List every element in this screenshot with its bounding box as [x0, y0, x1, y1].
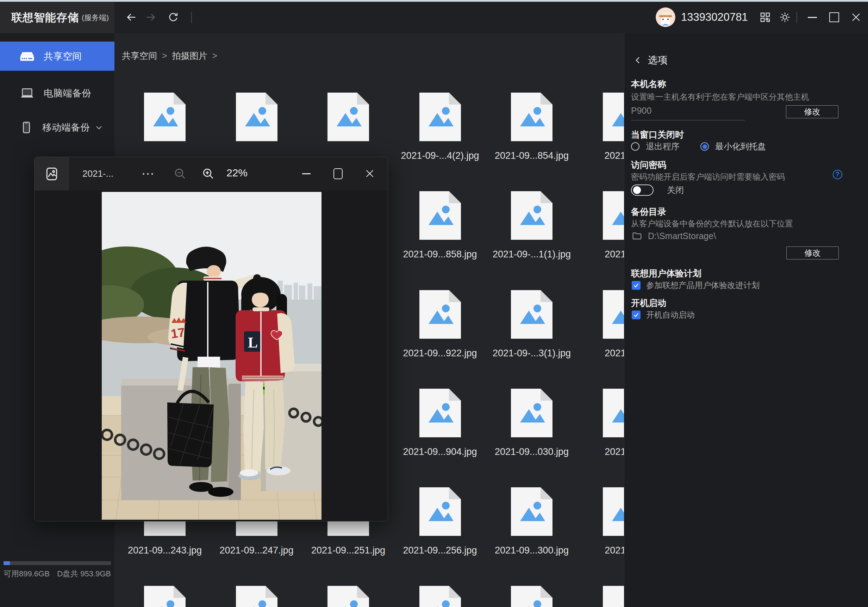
- chevron-down-icon: [95, 123, 103, 132]
- password-toggle[interactable]: [631, 184, 654, 196]
- file-item[interactable]: 2021-09...030.jpg: [490, 387, 574, 457]
- image-file-icon: [234, 584, 279, 607]
- qr-code-button[interactable]: [756, 8, 775, 27]
- viewer-minimize-icon: [302, 173, 311, 174]
- checkbox-label: 参加联想产品用户体验改进计划: [646, 280, 760, 291]
- file-item[interactable]: 2021-09...300.jpg: [490, 486, 574, 556]
- storage-total: D盘共 953.9GB: [57, 568, 111, 579]
- close-behavior-title: 当窗口关闭时: [631, 129, 684, 141]
- image-file-icon: [418, 486, 462, 537]
- photo-preview[interactable]: 17 L: [102, 192, 321, 520]
- breadcrumb-separator: >: [212, 51, 218, 61]
- backup-dir-modify-button[interactable]: 修改: [786, 246, 839, 260]
- ux-program-checkbox-row[interactable]: 参加联想产品用户体验改进计划: [632, 280, 760, 291]
- avatar[interactable]: [656, 8, 676, 27]
- image-file-icon: [510, 584, 554, 607]
- file-name: 2021-09-...3(1).jpg: [490, 348, 574, 359]
- image-file-icon: [510, 387, 554, 439]
- chevron-left-icon[interactable]: [634, 56, 642, 64]
- viewer-more-button[interactable]: ...: [142, 166, 155, 177]
- sidebar-item-pc-backup[interactable]: 电脑端备份: [0, 79, 115, 107]
- host-name-modify-button[interactable]: 修改: [786, 105, 839, 118]
- file-name: 2021-09...922.jpg: [398, 348, 482, 359]
- image-file-icon: [143, 584, 187, 607]
- radio-label: 最小化到托盘: [715, 141, 766, 152]
- viewer-close-button[interactable]: [360, 164, 379, 183]
- viewer-titlebar[interactable]: 2021-... ... 22%: [34, 157, 388, 190]
- radio-exit-program[interactable]: 退出程序: [631, 141, 680, 152]
- back-arrow-icon: [126, 11, 137, 23]
- account-phone: 13393020781: [681, 11, 748, 23]
- maximize-button[interactable]: [825, 8, 844, 27]
- file-item-partial[interactable]: [122, 584, 207, 607]
- options-panel: 选项 本机名称 设置唯一主机名有利于您在客户端中区分其他主机 P900 修改 当…: [624, 33, 868, 607]
- file-name: 2021-09...300.jpg: [490, 545, 574, 556]
- checkbox-checked-icon[interactable]: [632, 311, 640, 319]
- storage-available: 可用899.6GB: [3, 568, 50, 579]
- app-logo-area: 联想智能存储 (服务端): [0, 2, 115, 33]
- file-item[interactable]: 2021-09...854.jpg: [490, 91, 574, 161]
- file-item-partial[interactable]: [398, 584, 482, 607]
- image-file-icon: [418, 387, 462, 439]
- minimize-icon: [808, 17, 817, 18]
- file-item[interactable]: [306, 91, 391, 150]
- breadcrumb-folder[interactable]: 拍摄图片: [172, 50, 208, 62]
- boot-title: 开机启动: [631, 297, 666, 309]
- breadcrumb-shared-space[interactable]: 共享空间: [122, 50, 157, 62]
- file-item[interactable]: 2021-09...858.jpg: [398, 190, 482, 260]
- sidebar-item-shared-space[interactable]: 共享空间: [0, 42, 115, 71]
- file-item-partial[interactable]: [214, 584, 299, 607]
- back-button[interactable]: [124, 9, 139, 25]
- close-icon: [851, 12, 861, 23]
- close-button[interactable]: [846, 8, 865, 27]
- file-name: 2021-09...247.jpg: [214, 545, 299, 556]
- help-icon[interactable]: ?: [833, 170, 842, 179]
- file-item[interactable]: 2021-09...256.jpg: [398, 486, 482, 556]
- file-name: 2021-09...030.jpg: [490, 446, 574, 457]
- window-controls-divider: [797, 12, 797, 23]
- image-file-icon: [418, 289, 462, 340]
- host-name-desc: 设置唯一主机名有利于您在客户端中区分其他主机: [631, 91, 809, 102]
- radio-icon[interactable]: [631, 142, 639, 151]
- file-name: 2021-09...243.jpg: [122, 545, 207, 556]
- file-item[interactable]: 2021-09-...4(2).jpg: [398, 91, 482, 161]
- file-item[interactable]: 2021-09...904.jpg: [398, 387, 482, 457]
- viewer-zoom-level: 22%: [226, 167, 248, 179]
- viewer-minimize-button[interactable]: [297, 164, 316, 183]
- image-file-icon: [510, 190, 554, 241]
- minimize-button[interactable]: [803, 8, 822, 27]
- file-item-partial[interactable]: [490, 584, 574, 607]
- host-name-input[interactable]: P900: [631, 105, 745, 121]
- qr-code-icon: [760, 12, 771, 23]
- access-password-title: 访问密码: [631, 159, 666, 171]
- boot-checkbox-row[interactable]: 开机自动启动: [632, 310, 695, 321]
- avatar-image: [656, 8, 676, 27]
- checkbox-checked-icon[interactable]: [632, 281, 640, 290]
- forward-button[interactable]: [143, 9, 158, 25]
- radio-icon-selected[interactable]: [701, 142, 709, 151]
- file-item-partial[interactable]: [306, 584, 391, 607]
- file-item[interactable]: 2021-09...922.jpg: [398, 289, 482, 359]
- zoom-in-button[interactable]: [198, 164, 218, 183]
- viewer-filename: 2021-...: [82, 168, 113, 179]
- options-title: 选项: [648, 54, 668, 67]
- folder-icon: [632, 231, 642, 241]
- file-item[interactable]: 2021-09-...1(1).jpg: [490, 190, 574, 260]
- radio-minimize-to-tray[interactable]: 最小化到托盘: [701, 141, 766, 152]
- photo-chest-letter: L: [248, 334, 258, 351]
- file-item[interactable]: 2021-09-...3(1).jpg: [490, 289, 574, 359]
- storage-drive-icon: [20, 50, 34, 63]
- file-item[interactable]: [214, 91, 299, 150]
- sidebar-item-mobile-backup[interactable]: 移动端备份: [0, 113, 115, 141]
- viewer-app-icon-box: [34, 157, 69, 190]
- photo-couple-seaside: 17 L: [102, 192, 321, 520]
- settings-button[interactable]: [775, 8, 794, 27]
- viewer-maximize-button[interactable]: [329, 164, 347, 183]
- refresh-button[interactable]: [166, 9, 181, 25]
- file-item[interactable]: [122, 91, 207, 150]
- image-file-icon: [418, 190, 462, 241]
- account-area[interactable]: 13393020781: [656, 8, 748, 27]
- zoom-out-button[interactable]: [170, 164, 189, 183]
- password-toggle-row: 关闭: [631, 184, 684, 196]
- toggle-state-label: 关闭: [667, 184, 684, 196]
